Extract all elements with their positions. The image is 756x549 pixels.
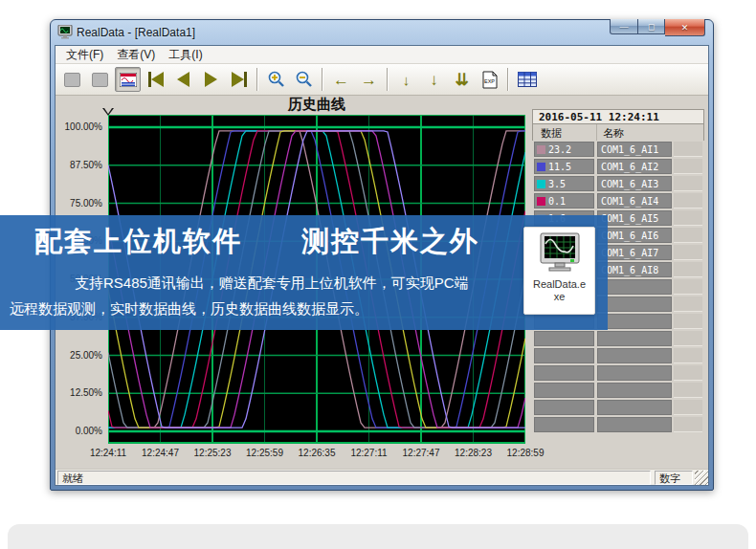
app-icon [57, 25, 73, 43]
empty-cell [674, 142, 702, 157]
menu-item-2[interactable]: 工具(I) [162, 46, 209, 64]
pan-left-button[interactable]: ← [328, 67, 354, 92]
y-axis-label: 87.50% [58, 160, 102, 170]
down-icon: ↓ [430, 72, 438, 88]
realdata-app-icon [538, 232, 582, 274]
empty-cell [674, 383, 702, 398]
pan-right-button[interactable]: → [356, 67, 382, 92]
x-axis-label: 12:27:47 [391, 448, 451, 458]
table-row[interactable]: 23.2COM1_6_AI1 [532, 142, 704, 157]
svg-text:EXP: EXP [484, 78, 495, 84]
arrow-right-icon: → [361, 72, 377, 88]
column-header-data: 数据 [533, 124, 596, 141]
channel-name-cell: COM1_6_AI5 [597, 210, 672, 226]
table-row[interactable] [532, 417, 704, 432]
value-cell [534, 348, 594, 363]
table-row[interactable] [532, 348, 704, 363]
table-icon [518, 72, 537, 87]
curve-view-button[interactable] [115, 67, 141, 92]
channel-name-cell [597, 279, 672, 295]
value-cell [534, 331, 594, 346]
table-row[interactable] [532, 383, 704, 398]
next-button[interactable] [198, 67, 224, 92]
value-cell: 3.5 [534, 176, 594, 191]
channel-name-cell [597, 296, 672, 312]
table-row[interactable]: 3.5COM1_6_AI3 [532, 176, 704, 191]
table-view-button[interactable] [514, 67, 540, 92]
title-bar[interactable]: RealData - [RealData1] — ◻ ✕ [51, 20, 713, 45]
toolbar-separator [322, 68, 323, 91]
value-cell: 11.5 [534, 159, 594, 174]
table-row[interactable]: 11.5COM1_6_AI2 [532, 159, 704, 174]
previous-button[interactable] [170, 67, 196, 92]
empty-cell [674, 279, 702, 295]
series-color-swatch-icon [537, 163, 545, 171]
value-cell [534, 417, 594, 432]
close-button[interactable]: ✕ [665, 19, 705, 36]
next-section-card [8, 524, 748, 549]
toolbar-separator [256, 68, 258, 91]
panel-column-headers: 数据 名称 [532, 124, 704, 141]
y-axis-label: 100.00% [58, 121, 102, 132]
x-axis-label: 12:27:11 [340, 448, 399, 458]
value-cell: 0.1 [534, 193, 594, 209]
empty-cell [674, 159, 702, 174]
menu-item-0[interactable]: 文件(F) [59, 46, 110, 64]
down-thin-button[interactable]: ↓ [393, 67, 419, 92]
channel-name-cell: COM1_6_AI4 [597, 193, 672, 209]
y-axis-label: 25.00% [58, 350, 102, 361]
zoom-out-button[interactable] [291, 67, 317, 92]
channel-name-cell [597, 383, 672, 398]
export-button[interactable]: EXP [477, 67, 502, 92]
exe-filename-line2: xe [524, 291, 594, 303]
series-color-swatch-icon [537, 197, 545, 206]
restore-button[interactable]: ◻ [638, 19, 665, 34]
table-row[interactable] [532, 365, 704, 381]
exe-icon-card[interactable]: RealData.e xe [523, 227, 595, 315]
empty-cell [674, 262, 702, 277]
channel-name-cell: COM1_6_AI2 [597, 159, 672, 174]
channel-name-cell [597, 348, 672, 363]
last-icon [232, 72, 244, 87]
channel-name-cell: COM1_6_AI6 [597, 228, 672, 243]
table-row[interactable]: 0.1COM1_6_AI4 [532, 193, 704, 209]
export-icon: EXP [482, 71, 498, 89]
channel-name-cell: COM1_6_AI7 [597, 245, 672, 260]
first-button[interactable] [143, 67, 168, 92]
x-axis-label: 12:24:11 [78, 448, 138, 458]
table-row[interactable] [532, 331, 704, 346]
down-thin-icon: ↓ [403, 73, 411, 87]
toolbar: ← → ↓ ↓ ⇊ EXP [56, 64, 708, 96]
blank-icon [92, 73, 108, 87]
value-cell [534, 365, 594, 381]
table-row[interactable] [532, 400, 704, 415]
x-axis-label: 12:26:35 [287, 448, 346, 458]
panel-timestamp: 2016-05-11 12:24:11 [532, 109, 704, 124]
exe-filename-line1: RealData.e [524, 278, 594, 291]
empty-cell [674, 400, 702, 415]
empty-cell [674, 176, 702, 191]
down-double-button[interactable]: ⇊ [449, 67, 475, 92]
channel-name-cell [597, 417, 672, 432]
empty-cell [674, 228, 702, 243]
last-button[interactable] [226, 67, 252, 92]
status-bar: 就绪 数字 [56, 469, 708, 485]
empty-cell [674, 365, 702, 381]
blank-button-2[interactable] [87, 67, 113, 92]
previous-icon [177, 72, 189, 87]
blank-button-1[interactable] [59, 67, 85, 92]
menu-item-1[interactable]: 查看(V) [110, 46, 162, 64]
y-axis-label: 12.50% [58, 387, 102, 398]
down-double-icon: ⇊ [455, 72, 468, 88]
x-axis-label: 12:28:59 [496, 448, 555, 458]
x-axis-label: 12:28:23 [444, 448, 503, 458]
minimize-button[interactable]: — [610, 19, 638, 34]
toolbar-separator [507, 68, 509, 91]
channel-name-cell [597, 314, 672, 329]
zoom-in-button[interactable] [263, 67, 289, 92]
down-button[interactable]: ↓ [421, 67, 447, 92]
resize-grip-icon[interactable] [695, 471, 708, 485]
series-color-swatch-icon [537, 145, 545, 154]
empty-cell [674, 348, 702, 363]
toolbar-separator [387, 68, 389, 91]
